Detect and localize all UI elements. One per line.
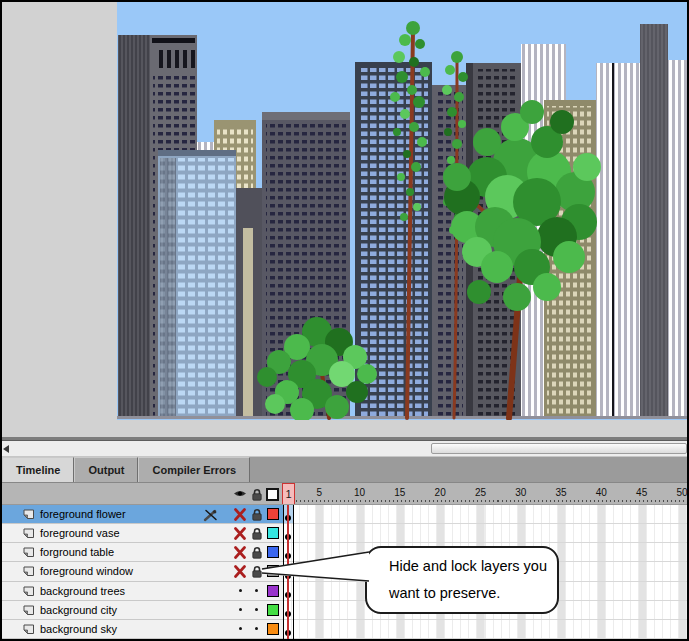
frame-grid[interactable] — [283, 562, 689, 581]
locked-lock-icon — [251, 508, 263, 521]
layer-row-controls[interactable]: background city — [0, 601, 283, 620]
layer-row-controls[interactable]: foreground flower — [0, 505, 283, 524]
layer-row[interactable]: background trees — [0, 582, 689, 601]
hidden-x-icon — [233, 546, 247, 559]
frame-label: 5 — [316, 487, 322, 498]
layer-row[interactable]: foreground vase — [0, 524, 689, 543]
frame-grid[interactable] — [283, 543, 689, 562]
layer-name[interactable]: foreground flower — [40, 505, 126, 523]
scrollbar-thumb[interactable] — [431, 443, 687, 454]
layer-lock-toggle[interactable] — [249, 562, 264, 580]
layer-row[interactable]: forground table — [0, 543, 689, 562]
unlocked-dot — [255, 627, 258, 630]
frame-grid[interactable] — [283, 505, 689, 524]
layer-visibility-toggle[interactable] — [232, 562, 248, 580]
frame-label: 30 — [515, 487, 526, 498]
frame-label: 25 — [475, 487, 486, 498]
layer-lock-toggle[interactable] — [249, 524, 264, 542]
current-frame-number: 1 — [285, 488, 291, 500]
visible-dot — [239, 608, 242, 611]
locked-lock-icon — [251, 527, 263, 540]
layer-outline-color[interactable] — [264, 543, 282, 561]
layer-page-icon — [22, 528, 35, 539]
layer-page-icon — [22, 547, 35, 558]
hidden-x-icon — [233, 565, 247, 578]
frame-grid[interactable] — [283, 620, 689, 639]
visible-dot — [239, 589, 242, 592]
tab-compiler-errors[interactable]: Compiler Errors — [138, 457, 250, 482]
layer-page-icon — [22, 566, 35, 577]
layer-row-controls[interactable]: background trees — [0, 582, 283, 601]
scroll-arrow-left-icon[interactable] — [3, 444, 14, 454]
lock-icon[interactable] — [251, 488, 263, 501]
layer-lock-toggle[interactable] — [249, 543, 264, 561]
layer-visibility-toggle[interactable] — [232, 620, 248, 638]
frame-grid[interactable] — [283, 601, 689, 620]
layer-row[interactable]: foreground flower — [0, 505, 689, 524]
outline-color-swatch — [267, 508, 279, 520]
stage-h-scrollbar[interactable] — [0, 441, 689, 457]
flash-workspace: Timeline Output Compiler Errors 1 510152… — [0, 0, 689, 641]
outline-color-swatch — [267, 527, 279, 539]
locked-lock-icon — [251, 546, 263, 559]
layer-visibility-toggle[interactable] — [232, 601, 248, 619]
layer-name[interactable]: background sky — [40, 620, 117, 638]
layer-lock-toggle[interactable] — [249, 601, 264, 619]
ruler-tick-marks — [296, 500, 689, 502]
timeline-header: 1 5101520253035404550 — [0, 483, 689, 505]
playhead-line[interactable] — [287, 505, 289, 639]
layer-row[interactable]: background sky — [0, 620, 689, 639]
frame-label: 50 — [676, 487, 687, 498]
outline-color-swatch — [267, 585, 279, 597]
layer-outline-color[interactable] — [264, 582, 282, 600]
tab-label: Timeline — [16, 464, 60, 476]
layer-row-controls[interactable]: foreground window — [0, 562, 283, 581]
layer-row-controls[interactable]: background sky — [0, 620, 283, 639]
layer-lock-toggle[interactable] — [249, 505, 264, 523]
layer-name[interactable]: foreground window — [40, 562, 133, 580]
visible-dot — [239, 627, 242, 630]
outline-color-swatch — [267, 546, 279, 558]
hidden-x-icon — [233, 527, 247, 540]
frame-label: 20 — [435, 487, 446, 498]
frame-grid[interactable] — [283, 524, 689, 543]
layer-lock-toggle[interactable] — [249, 582, 264, 600]
eye-icon[interactable] — [233, 488, 247, 499]
layer-visibility-toggle[interactable] — [232, 505, 248, 523]
layer-rows: foreground flower — [0, 505, 689, 639]
hidden-x-icon — [233, 508, 247, 521]
layer-row-controls[interactable]: foreground vase — [0, 524, 283, 543]
layer-outline-color[interactable] — [264, 524, 282, 542]
current-frame-marker[interactable]: 1 — [282, 483, 295, 505]
tab-output[interactable]: Output — [74, 457, 138, 482]
outline-color-swatch — [267, 623, 279, 635]
stage-canvas[interactable] — [117, 2, 687, 420]
tab-label: Compiler Errors — [152, 464, 236, 476]
layer-name[interactable]: background trees — [40, 582, 125, 600]
pencil-slash-icon — [202, 508, 219, 522]
layer-page-icon — [22, 586, 35, 597]
layer-visibility-toggle[interactable] — [232, 582, 248, 600]
layer-name[interactable]: foreground vase — [40, 524, 120, 542]
frame-label: 45 — [636, 487, 647, 498]
frame-label: 40 — [596, 487, 607, 498]
layer-visibility-toggle[interactable] — [232, 524, 248, 542]
layer-page-icon — [22, 509, 35, 520]
layer-name[interactable]: background city — [40, 601, 117, 619]
layer-outline-color[interactable] — [264, 601, 282, 619]
panel-tab-bar: Timeline Output Compiler Errors — [0, 457, 689, 483]
layer-visibility-toggle[interactable] — [232, 543, 248, 561]
outline-square-icon[interactable] — [266, 488, 279, 501]
layer-page-icon — [22, 605, 35, 616]
layer-outline-color[interactable] — [264, 562, 282, 580]
tab-timeline[interactable]: Timeline — [2, 457, 74, 482]
layer-outline-color[interactable] — [264, 505, 282, 523]
layer-outline-color[interactable] — [264, 620, 282, 638]
layer-lock-toggle[interactable] — [249, 620, 264, 638]
frame1-right-line — [293, 505, 294, 639]
layer-row[interactable]: foreground window — [0, 562, 689, 581]
layer-row-controls[interactable]: forground table — [0, 543, 283, 562]
layer-row[interactable]: background city — [0, 601, 689, 620]
layer-name[interactable]: forground table — [40, 543, 114, 561]
frame-grid[interactable] — [283, 582, 689, 601]
